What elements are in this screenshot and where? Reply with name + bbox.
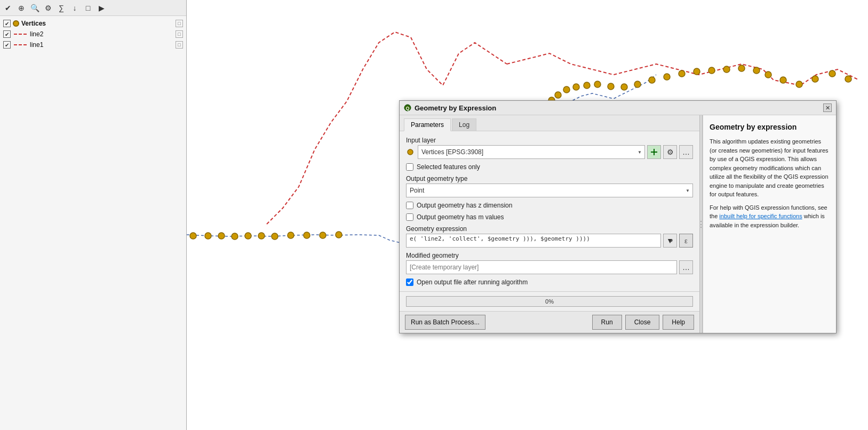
geometry-expression-field[interactable]: e( 'line2, 'collect', $geometry ))), $ge… (406, 234, 661, 248)
vertex-dot (812, 76, 818, 82)
dialog-tabs: Parameters Log (400, 115, 699, 131)
run-button[interactable]: Run (592, 315, 622, 330)
toolbar-add-icon[interactable]: ⊕ (15, 2, 27, 14)
dialog-close-button[interactable]: ✕ (823, 103, 832, 112)
vertex-dot (190, 233, 196, 239)
input-layer-settings-btn[interactable]: ⚙ (663, 145, 677, 159)
open-output-row: Open output file after running algorithm (406, 278, 693, 286)
vertex-dot (584, 82, 590, 89)
input-layer-section: Input layer Vertices [EPSG:3908] (406, 137, 693, 159)
vertex-dot (845, 76, 851, 82)
dialog-left: Parameters Log Input layer Vertices [EPS… (400, 115, 699, 333)
open-output-label: Open output file after running algorithm (417, 278, 528, 286)
layer-icon-line1 (14, 44, 27, 46)
tab-log[interactable]: Log (452, 118, 476, 131)
expr-builder-btn[interactable]: ε (679, 234, 693, 248)
help-button[interactable]: Help (663, 315, 694, 330)
progress-text: 0% (545, 298, 554, 305)
layer-name-line2: line2 (30, 30, 43, 38)
has-m-checkbox[interactable] (406, 213, 413, 221)
vertex-dot (205, 233, 211, 239)
toolbar-check-icon[interactable]: ✔ (2, 2, 14, 14)
input-layer-more-btn[interactable]: … (679, 145, 693, 159)
tab-parameters[interactable]: Parameters (404, 118, 451, 131)
vertex-dot (796, 81, 802, 87)
vertex-dot (829, 70, 835, 77)
layer-expand-vertices[interactable]: □ (176, 20, 183, 27)
input-layer-select[interactable]: Vertices [EPSG:3908] (418, 145, 645, 159)
modified-geometry-browse-btn[interactable]: … (679, 260, 693, 274)
dialog: Q Geometry by Expression ✕ Parameters Lo… (399, 100, 837, 333)
selected-features-label: Selected features only (417, 163, 480, 171)
layer-item-vertices[interactable]: ✔ Vertices □ (0, 18, 186, 29)
layer-item-line1[interactable]: ✔ line1 □ (0, 39, 186, 50)
vertex-dot (679, 70, 685, 77)
input-layer-row: Vertices [EPSG:3908] ⚙ … (406, 145, 693, 159)
vertex-dot (664, 74, 670, 80)
vertex-dot (649, 77, 655, 83)
help-panel-link[interactable]: inbuilt help for specific functions (719, 213, 802, 219)
toolbar-play-icon[interactable]: ▶ (95, 2, 107, 14)
help-panel: Geometry by expression This algorithm up… (703, 115, 836, 333)
vertex-dot (336, 232, 342, 238)
modified-geometry-label: Modified geometry (406, 252, 693, 259)
vertex-dot (634, 81, 641, 87)
has-z-label: Output geometry has z dimension (417, 202, 512, 209)
open-output-checkbox[interactable] (406, 278, 413, 286)
help-panel-title: Geometry by expression (710, 122, 830, 133)
output-geometry-type-section: Output geometry type Point (406, 175, 693, 197)
vertex-dot (694, 68, 700, 75)
vertex-dot (320, 232, 326, 238)
toolbar-box-icon[interactable]: □ (82, 2, 94, 14)
vertex-dot (621, 84, 627, 90)
layer-checkbox-line2[interactable]: ✔ (3, 30, 11, 38)
selected-features-row: Selected features only (406, 163, 693, 171)
svg-rect-4 (654, 149, 655, 155)
toolbar-down-icon[interactable]: ↓ (69, 2, 81, 14)
selected-features-checkbox[interactable] (406, 163, 413, 171)
geometry-expression-row: e( 'line2, 'collect', $geometry ))), $ge… (406, 234, 693, 248)
layer-checkbox-line1[interactable]: ✔ (3, 41, 11, 49)
input-layer-add-btn[interactable] (647, 145, 661, 159)
layer-item-line2[interactable]: ✔ line2 □ (0, 29, 186, 39)
has-z-checkbox[interactable] (406, 202, 413, 209)
layer-name-line1: line1 (30, 41, 43, 49)
layer-icon-line2 (14, 34, 27, 35)
dialog-titlebar: Q Geometry by Expression ✕ (400, 101, 836, 115)
vertex-dot (232, 233, 238, 240)
vertex-dot (708, 67, 715, 74)
vertex-dot (780, 77, 786, 83)
output-geometry-type-select[interactable]: Point (406, 184, 693, 197)
toolbar-sum-icon[interactable]: ∑ (55, 2, 67, 14)
modified-geometry-row: … (406, 260, 693, 274)
vertex-dot (563, 86, 570, 93)
toolbar-filter-icon[interactable]: ⚙ (42, 2, 54, 14)
svg-text:Q: Q (405, 106, 409, 111)
vertex-dot (594, 81, 601, 87)
modified-geometry-input[interactable] (406, 260, 677, 274)
button-row: Run as Batch Process... Run Close Help (400, 311, 699, 333)
line2-path2 (507, 53, 859, 85)
output-geometry-type-wrapper: Point (406, 184, 693, 197)
svg-point-2 (408, 149, 413, 155)
input-layer-label: Input layer (406, 137, 693, 144)
layer-expand-line2[interactable]: □ (176, 30, 183, 38)
batch-process-button[interactable]: Run as Batch Process... (405, 315, 485, 330)
vertex-dot (753, 67, 760, 74)
has-z-row: Output geometry has z dimension (406, 202, 693, 209)
dialog-body: Parameters Log Input layer Vertices [EPS… (400, 115, 836, 333)
geometry-expression-section: Geometry expression e( 'line2, 'collect'… (406, 225, 693, 248)
layer-type-icon (406, 148, 415, 156)
expr-dropdown-btn[interactable]: ▼ (663, 234, 677, 248)
layer-expand-line1[interactable]: □ (176, 41, 183, 49)
layer-list: ✔ Vertices □ ✔ line2 □ ✔ line1 □ (0, 16, 186, 52)
close-button[interactable]: Close (625, 315, 660, 330)
vertex-dot (738, 65, 745, 71)
layer-checkbox-vertices[interactable]: ✔ (3, 20, 11, 27)
vertex-dot (272, 233, 278, 240)
dialog-title-icon: Q (404, 104, 411, 112)
toolbar-search-icon[interactable]: 🔍 (29, 2, 41, 14)
has-m-row: Output geometry has m values (406, 213, 693, 221)
vertex-dot (723, 66, 730, 73)
qgis-icon: Q (404, 104, 411, 112)
